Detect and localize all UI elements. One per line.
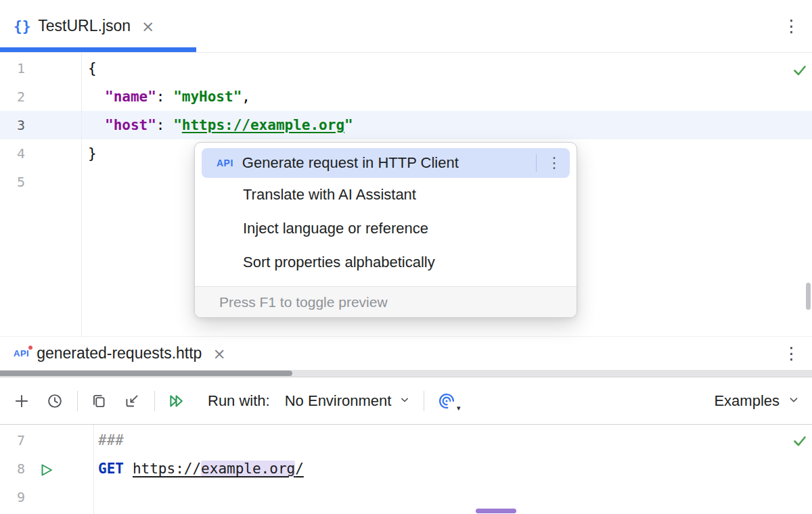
import-arrow-icon [123, 392, 141, 410]
active-tab-indicator [0, 47, 196, 52]
editor-tab-bar-top: {} TestURL.json × ⋮ [0, 0, 812, 53]
token-key: "host" [105, 117, 156, 133]
line-number: 1 [0, 54, 81, 83]
divider [77, 391, 78, 411]
tab-label-generated-requests: generated-requests.http [37, 344, 202, 363]
popup-item-generate-request[interactable]: API Generate request in HTTP Client ⋮ [202, 148, 570, 178]
token-quote: " [173, 117, 182, 133]
tab-testurl-json[interactable]: {} TestURL.json × [0, 0, 164, 52]
more-options-icon[interactable]: ⋮ [783, 345, 800, 362]
inspections-ok-icon[interactable] [792, 62, 808, 82]
token-brace: } [88, 145, 97, 162]
more-options-icon[interactable]: ⋮ [783, 18, 800, 34]
line-number: 2 [0, 83, 81, 111]
token-quote: " [344, 117, 353, 133]
chevron-down-icon [398, 393, 411, 411]
token-string: "myHost" [173, 89, 242, 105]
popup-item-translate-ai[interactable]: Translate with AI Assistant [195, 178, 577, 212]
divider [424, 391, 424, 411]
json-editor[interactable]: 1 { 2 "name": "myHost", 3 "host": "https… [0, 53, 812, 336]
code-line-7[interactable]: 7 ### [0, 426, 812, 454]
tab-label-testurl: TestURL.json [38, 17, 131, 35]
environment-selector[interactable]: No Environment [285, 391, 412, 411]
popup-body: API Generate request in HTTP Client ⋮ Tr… [195, 143, 577, 286]
divider [536, 154, 537, 172]
json-file-icon: {} [14, 18, 30, 34]
token-key: "name" [105, 89, 156, 105]
popup-item-more-icon[interactable]: ⋮ [547, 156, 562, 170]
line-number: 3 [0, 111, 81, 139]
token-brace: { [88, 60, 97, 76]
plus-icon [13, 392, 30, 410]
code-line-8[interactable]: 8 GEThttps://example.org/ [0, 454, 812, 483]
line-number-text: 8 [17, 461, 25, 477]
vertical-scrollbar-thumb[interactable] [806, 283, 811, 310]
close-tab-icon[interactable]: × [212, 345, 225, 363]
horizontal-scrollbar-thumb[interactable] [476, 509, 516, 513]
horizontal-scrollbar-thumb[interactable] [0, 371, 292, 376]
run-all-icon [166, 392, 185, 411]
code-line-1[interactable]: 1 { [0, 54, 812, 83]
token-http-method: GET [98, 461, 124, 477]
popup-item-sort-properties[interactable]: Sort properties alphabetically [195, 246, 577, 279]
popup-item-label: Generate request in HTTP Client [242, 154, 459, 172]
line-number: 5 [0, 168, 81, 196]
url-path: / [295, 461, 304, 477]
line-number: 9 [0, 483, 93, 511]
chevron-down-icon [786, 392, 801, 411]
code-line-9[interactable]: 9 [0, 483, 812, 511]
inspections-ok-icon[interactable] [792, 433, 808, 452]
token-separator: : [156, 117, 173, 133]
examples-selector[interactable]: Examples [714, 390, 801, 411]
line-number: 7 [0, 426, 93, 454]
add-request-button[interactable] [9, 389, 34, 413]
editor-tab-bar-bottom: API generated-requests.http × ⋮ [0, 336, 812, 370]
examples-label: Examples [714, 392, 780, 410]
url-host-highlight: example.org [201, 461, 295, 477]
copy-button[interactable] [87, 389, 111, 413]
tab-generated-requests-http[interactable]: API generated-requests.http × [0, 337, 235, 370]
http-file-icon: API [14, 348, 29, 358]
request-url[interactable]: https://example.org/ [133, 461, 304, 477]
clock-icon [46, 392, 64, 410]
ide-window: {} TestURL.json × ⋮ 1 { 2 "name": "myHos… [0, 0, 812, 514]
line-number: 4 [0, 139, 81, 168]
close-tab-icon[interactable]: × [141, 18, 154, 35]
http-editor[interactable]: 7 ### 8 GEThttps://example.org/ 9 [0, 425, 812, 514]
popup-footer-hint: Press F1 to toggle preview [195, 286, 577, 317]
api-icon: API [217, 158, 233, 168]
history-button[interactable] [43, 389, 67, 413]
environment-value: No Environment [285, 392, 392, 410]
dropdown-caret-icon: ▾ [457, 404, 461, 413]
token-comma: , [242, 89, 250, 105]
services-button[interactable]: ▾ [434, 389, 459, 413]
popup-item-inject-language[interactable]: Inject language or reference [195, 212, 577, 246]
open-in-editor-button[interactable] [120, 389, 144, 413]
code-line-2[interactable]: 2 "name": "myHost", [0, 83, 812, 111]
divider [154, 391, 155, 411]
code-line-3[interactable]: 3 "host": "https://example.org" [0, 111, 812, 139]
intention-actions-popup: API Generate request in HTTP Client ⋮ Tr… [194, 142, 577, 318]
token-comment: ### [98, 432, 124, 448]
services-swirl-icon [437, 392, 456, 411]
token-url-link[interactable]: https://example.org [182, 117, 344, 133]
run-with-label: Run with: [208, 392, 270, 410]
url-scheme: https:// [133, 461, 201, 477]
http-client-toolbar: Run with: No Environment ▾ Examples [0, 377, 812, 425]
horizontal-scrollbar[interactable] [0, 370, 812, 377]
copy-icon [90, 392, 108, 410]
token-separator: : [156, 89, 173, 105]
run-all-button[interactable] [164, 389, 188, 413]
line-number: 8 [0, 454, 93, 483]
